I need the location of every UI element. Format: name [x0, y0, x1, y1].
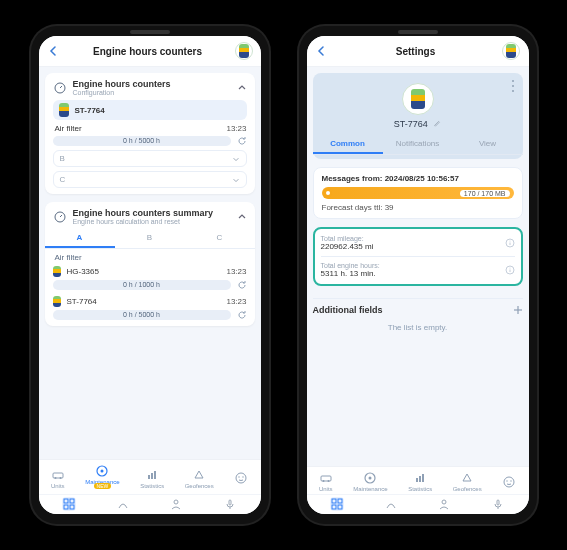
tab-c[interactable]: C — [185, 229, 255, 248]
svg-point-26 — [509, 241, 510, 242]
info-icon[interactable] — [505, 265, 515, 275]
svg-rect-32 — [321, 476, 331, 481]
profile-avatar[interactable] — [402, 83, 434, 115]
unit-icon — [53, 266, 61, 277]
screen-right: Settings ST-7764 Co — [307, 36, 529, 514]
nav-more[interactable] — [502, 475, 516, 489]
total-mileage-row[interactable]: Total mileage: 220962.435 mi — [321, 233, 515, 253]
svg-point-4 — [59, 477, 61, 479]
nav-more[interactable] — [234, 471, 248, 485]
nav-maintenance[interactable]: Maintenance NEW — [85, 464, 119, 492]
back-button[interactable] — [47, 44, 61, 58]
svg-point-43 — [511, 480, 512, 481]
new-badge: NEW — [94, 483, 112, 489]
divider — [321, 256, 515, 257]
empty-state: The list is empty. — [313, 315, 523, 340]
svg-point-33 — [322, 480, 324, 482]
unit-row[interactable]: ST-7764 13:23 — [53, 296, 247, 307]
reset-icon[interactable] — [237, 280, 247, 290]
progress-row: 0 h / 5000 h — [53, 310, 247, 320]
progress-bar[interactable]: 0 h / 5000 h — [53, 310, 231, 320]
subnav-mic-icon[interactable] — [491, 497, 505, 511]
tab-b[interactable]: B — [115, 229, 185, 248]
bar-handle-icon — [324, 189, 332, 197]
totals-card: Total mileage: 220962.435 mi Total engin… — [313, 227, 523, 286]
tab-view[interactable]: View — [453, 135, 523, 154]
storage-bar[interactable]: 170 / 170 MB — [322, 187, 514, 199]
tab-a[interactable]: A — [45, 229, 115, 248]
chevron-up-icon — [237, 83, 247, 93]
svg-rect-2 — [53, 473, 63, 478]
reset-icon[interactable] — [237, 310, 247, 320]
screen-left: Engine hours counters Engine hours count… — [39, 36, 261, 514]
additional-fields-header[interactable]: Additional fields — [313, 305, 523, 315]
svg-point-42 — [507, 480, 508, 481]
counter-row[interactable]: Air filter 13:23 — [53, 124, 247, 133]
chevron-down-icon — [232, 176, 240, 184]
back-button[interactable] — [315, 44, 329, 58]
subnav-route-icon[interactable] — [384, 497, 398, 511]
kebab-menu-icon[interactable] — [511, 79, 515, 93]
progress-bar[interactable]: 0 h / 5000 h — [53, 136, 231, 146]
nav-units[interactable]: Units — [51, 468, 65, 489]
subnav-mic-icon[interactable] — [223, 497, 237, 511]
unit-icon — [411, 89, 425, 109]
svg-point-48 — [442, 500, 446, 504]
nav-geofences[interactable]: Geofences — [453, 471, 482, 492]
engine-hours-summary-card: Engine hours counters summary Engine hou… — [45, 202, 255, 326]
tab-common[interactable]: Common — [313, 135, 383, 154]
profile-card: ST-7764 Common Notifications View — [313, 73, 523, 159]
subnav-route-icon[interactable] — [116, 497, 130, 511]
subnav-grid-icon[interactable] — [330, 497, 344, 511]
car-icon — [51, 468, 65, 482]
unit-icon — [59, 103, 69, 117]
unit-row[interactable]: HG-3365 13:23 — [53, 266, 247, 277]
unit-name: HG-3365 — [65, 267, 99, 276]
info-icon[interactable] — [505, 238, 515, 248]
tab-notifications[interactable]: Notifications — [383, 135, 453, 154]
svg-point-34 — [327, 480, 329, 482]
subnav-user-icon[interactable] — [437, 497, 451, 511]
speaker-slot — [398, 30, 438, 34]
unit-selector[interactable]: ST-7764 — [53, 100, 247, 120]
nav-statistics[interactable]: Statistics — [408, 471, 432, 492]
gauge-icon — [53, 210, 67, 224]
nav-geofences[interactable]: Geofences — [185, 468, 214, 489]
svg-rect-47 — [338, 505, 342, 509]
subnav-user-icon[interactable] — [169, 497, 183, 511]
header-avatar[interactable] — [502, 42, 520, 60]
collapsed-counter-c[interactable]: C — [53, 171, 247, 188]
nav-maintenance[interactable]: Maintenance — [353, 471, 387, 492]
chart-icon — [413, 471, 427, 485]
nav-statistics[interactable]: Statistics — [140, 468, 164, 489]
card-header[interactable]: Engine hours counters Configuration — [53, 79, 247, 96]
unit-icon — [506, 44, 516, 58]
unit-name: ST-7764 — [65, 297, 97, 306]
progress-bar[interactable]: 0 h / 1000 h — [53, 280, 231, 290]
counter-name: Air filter — [53, 124, 82, 133]
hours-label: Total engine hours: — [321, 262, 380, 269]
mileage-value: 220962.435 mi — [321, 242, 374, 251]
svg-rect-15 — [70, 499, 74, 503]
card-header[interactable]: Engine hours counters summary Engine hou… — [53, 208, 247, 225]
nav-units[interactable]: Units — [319, 471, 333, 492]
phone-mockup-left: Engine hours counters Engine hours count… — [31, 26, 269, 524]
messages-card: Messages from: 2024/08/25 10:56:57 170 /… — [313, 167, 523, 219]
reset-icon[interactable] — [237, 136, 247, 146]
unit-icon — [53, 296, 61, 307]
progress-row: 0 h / 5000 h — [53, 136, 247, 146]
svg-rect-17 — [70, 505, 74, 509]
plus-icon[interactable] — [513, 305, 523, 315]
geofence-icon — [460, 471, 474, 485]
collapsed-counter-b[interactable]: B — [53, 150, 247, 167]
svg-rect-9 — [154, 471, 156, 479]
total-hours-row[interactable]: Total engine hours: 5311 h. 13 min. — [321, 260, 515, 280]
svg-rect-37 — [416, 478, 418, 482]
profile-name[interactable]: ST-7764 — [321, 119, 515, 129]
svg-point-18 — [174, 500, 178, 504]
subnav-grid-icon[interactable] — [62, 497, 76, 511]
card-subtitle: Configuration — [73, 89, 171, 96]
header-avatar[interactable] — [235, 42, 253, 60]
svg-point-23 — [512, 90, 514, 92]
summary-row-2: ST-7764 13:23 0 h / 5000 h — [53, 296, 247, 320]
